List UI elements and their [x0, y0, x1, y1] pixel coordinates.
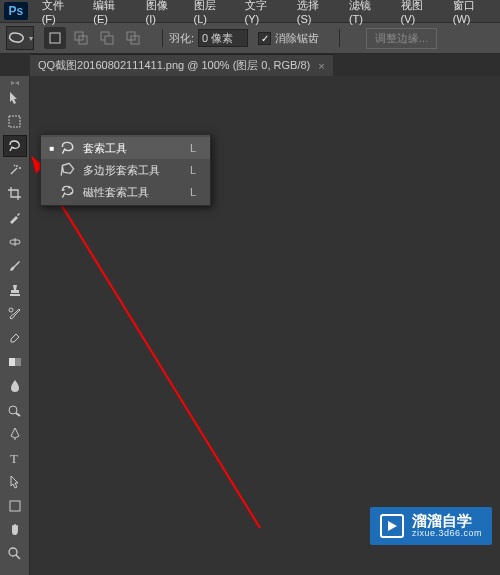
document-tabs: QQ截图20160802111411.png @ 100% (图层 0, RGB… — [0, 54, 500, 76]
brush-tool[interactable] — [3, 255, 27, 277]
flyout-label: 多边形套索工具 — [83, 163, 160, 178]
menu-type[interactable]: 文字(Y) — [237, 0, 289, 28]
document-tab-title: QQ截图20160802111411.png @ 100% (图层 0, RGB… — [38, 58, 310, 73]
flyout-label: 磁性套索工具 — [83, 185, 160, 200]
current-tool-preset[interactable]: ▾ — [6, 26, 34, 50]
selection-add-icon[interactable] — [70, 27, 92, 49]
history-brush-tool[interactable] — [3, 303, 27, 325]
feather-input[interactable] — [198, 29, 248, 47]
svg-point-13 — [9, 406, 17, 414]
shape-tool[interactable] — [3, 495, 27, 517]
flyout-shortcut: L — [190, 142, 196, 154]
play-icon — [380, 514, 404, 538]
refine-edge-button[interactable]: 调整边缘... — [366, 28, 437, 49]
watermark-url: zixue.3d66.com — [412, 529, 482, 539]
gradient-tool[interactable] — [3, 351, 27, 373]
flyout-shortcut: L — [190, 186, 196, 198]
pen-tool[interactable] — [3, 423, 27, 445]
selection-subtract-icon[interactable] — [96, 27, 118, 49]
eraser-tool[interactable] — [3, 327, 27, 349]
menu-layer[interactable]: 图层(L) — [186, 0, 237, 28]
flyout-shortcut: L — [190, 164, 196, 176]
svg-rect-4 — [105, 36, 113, 44]
blur-tool[interactable] — [3, 375, 27, 397]
marquee-tool[interactable] — [3, 111, 27, 133]
svg-rect-16 — [10, 501, 20, 511]
stamp-tool[interactable] — [3, 279, 27, 301]
svg-line-14 — [16, 413, 20, 416]
polygonal-lasso-icon — [59, 162, 77, 178]
lasso-flyout-menu: ■ 套索工具 L 多边形套索工具 L 磁性套索工具 L — [40, 134, 211, 206]
path-selection-tool[interactable] — [3, 471, 27, 493]
svg-rect-12 — [9, 358, 15, 366]
menu-image[interactable]: 图像(I) — [138, 0, 186, 28]
svg-rect-7 — [9, 116, 20, 127]
watermark: 溜溜自学 zixue.3d66.com — [370, 507, 492, 545]
menu-select[interactable]: 选择(S) — [289, 0, 341, 28]
move-tool[interactable] — [3, 87, 27, 109]
active-dot-icon: ■ — [47, 144, 57, 153]
svg-point-17 — [9, 548, 17, 556]
menu-filter[interactable]: 滤镜(T) — [341, 0, 393, 28]
svg-point-20 — [68, 186, 70, 188]
type-tool[interactable]: T — [3, 447, 27, 469]
lasso-icon — [59, 140, 77, 156]
app-logo: Ps — [4, 2, 28, 20]
flyout-lasso[interactable]: ■ 套索工具 L — [41, 137, 210, 159]
magnetic-lasso-icon — [59, 184, 77, 200]
magic-wand-tool[interactable] — [3, 159, 27, 181]
chevron-down-icon: ▾ — [29, 34, 33, 43]
healing-tool[interactable] — [3, 231, 27, 253]
selection-intersect-icon[interactable] — [122, 27, 144, 49]
lasso-tool[interactable] — [3, 135, 27, 157]
tools-panel: ▸◂ T — [0, 76, 30, 575]
svg-rect-0 — [50, 33, 60, 43]
svg-marker-24 — [388, 521, 397, 531]
svg-line-18 — [16, 555, 20, 559]
menu-window[interactable]: 窗口(W) — [445, 0, 500, 28]
document-tab[interactable]: QQ截图20160802111411.png @ 100% (图层 0, RGB… — [30, 54, 333, 76]
flyout-magnetic-lasso[interactable]: 磁性套索工具 L — [41, 181, 210, 203]
feather-label: 羽化: — [169, 31, 194, 46]
check-icon: ✓ — [258, 32, 271, 45]
antialias-label: 消除锯齿 — [275, 31, 319, 46]
eyedropper-tool[interactable] — [3, 207, 27, 229]
menu-bar: Ps 文件(F) 编辑(E) 图像(I) 图层(L) 文字(Y) 选择(S) 滤… — [0, 0, 500, 22]
antialias-checkbox[interactable]: ✓ 消除锯齿 — [258, 31, 319, 46]
hand-tool[interactable] — [3, 519, 27, 541]
svg-point-10 — [9, 308, 13, 312]
selection-new-icon[interactable] — [44, 27, 66, 49]
flyout-polygonal-lasso[interactable]: 多边形套索工具 L — [41, 159, 210, 181]
panel-handle-icon[interactable]: ▸◂ — [0, 78, 29, 86]
svg-point-19 — [62, 189, 64, 191]
flyout-label: 套索工具 — [83, 141, 160, 156]
watermark-title: 溜溜自学 — [412, 513, 482, 530]
svg-point-21 — [70, 192, 72, 194]
menu-file[interactable]: 文件(F) — [34, 0, 86, 28]
zoom-tool[interactable] — [3, 543, 27, 565]
svg-text:T: T — [10, 451, 18, 466]
menu-view[interactable]: 视图(V) — [393, 0, 445, 28]
crop-tool[interactable] — [3, 183, 27, 205]
menu-edit[interactable]: 编辑(E) — [85, 0, 137, 28]
close-icon[interactable]: × — [318, 60, 324, 72]
dodge-tool[interactable] — [3, 399, 27, 421]
